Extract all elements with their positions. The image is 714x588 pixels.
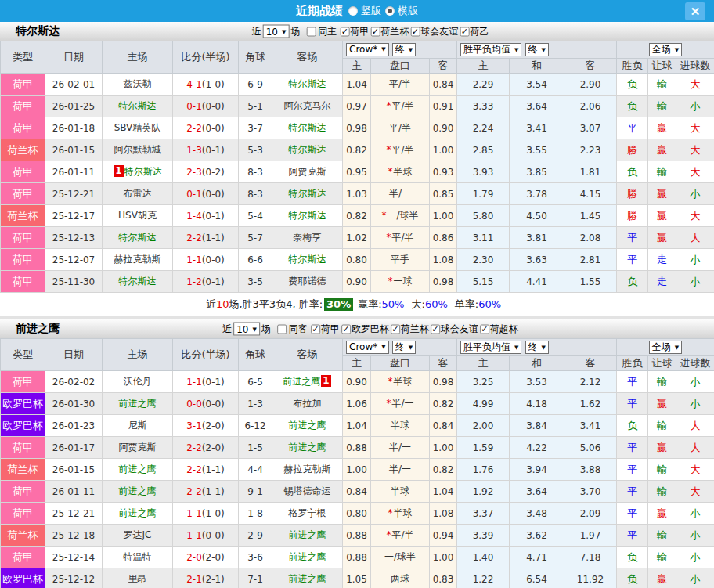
same-venue-checkbox[interactable]: ✓同客 [277, 323, 308, 336]
avg-select[interactable]: 胜平负均值▼ [460, 341, 521, 354]
handicap-odds-home: 0.98 [343, 117, 371, 139]
final-select-a[interactable]: 终▼ [392, 43, 416, 56]
avg-away-odds: 1.55 [564, 271, 617, 293]
result-goals: 大 [676, 459, 714, 481]
checkbox-checked-icon: ✓ [480, 324, 489, 334]
handicap-odds-home: 1.00 [343, 459, 371, 481]
league-filter-checkbox[interactable]: ✓球会友谊 [410, 25, 458, 38]
league-filter-checkbox[interactable]: ✓荷兰杯 [370, 25, 409, 38]
league-filter-label: 荷甲 [321, 323, 340, 336]
result-handicap: 贏 [648, 183, 676, 205]
score-cell: 2-2(2-0) [173, 437, 239, 459]
odds-company-select[interactable]: Crow*▼ [346, 43, 389, 56]
home-team: HSV胡克 [103, 205, 173, 227]
close-button[interactable]: ✕ [685, 2, 705, 20]
avg-home-odds: 2.29 [457, 74, 510, 96]
col-away: 客场 [272, 339, 343, 371]
col-type: 类型 [1, 41, 45, 74]
match-date: 26-01-17 [45, 437, 103, 459]
match-row: 荷甲25-12-07赫拉克勒斯1-1(0-0)6-6特尔斯达0.80平手1.08… [1, 249, 714, 271]
league-filter-checkbox[interactable]: ✓球会友谊 [431, 323, 478, 336]
away-team: 阿贾克斯 [272, 161, 343, 183]
home-team: 沃伦丹 [103, 371, 173, 393]
result-goals: 小 [676, 183, 714, 205]
league-badge: 荷甲 [1, 227, 45, 249]
avg-draw-odds: 3.55 [510, 139, 564, 161]
avg-away-odds: 4.15 [564, 183, 617, 205]
avg-draw-odds: 6.54 [510, 568, 564, 588]
col-odds-home: 主 [343, 59, 371, 74]
avg-draw-odds: 4.18 [510, 393, 564, 415]
avg-away-odds: 1.62 [564, 393, 617, 415]
final-select-b[interactable]: 终▼ [525, 341, 549, 354]
col-corners: 角球 [239, 339, 272, 371]
league-filter-checkbox[interactable]: ✓荷乙 [460, 25, 489, 38]
league-filter-checkbox[interactable]: ✓欧罗巴杯 [341, 323, 389, 336]
league-filter-checkbox[interactable]: ✓荷甲 [340, 25, 369, 38]
odds-company-select[interactable]: Crow*▼ [346, 341, 389, 354]
layout-horizontal-radio[interactable]: 横版 [385, 4, 418, 18]
col-avg-home: 主 [457, 59, 510, 74]
avg-draw-odds: 3.63 [510, 249, 564, 271]
league-filter-checkbox[interactable]: ✓荷兰杯 [391, 323, 429, 336]
chevron-down-icon: ▼ [675, 345, 679, 351]
result-handicap: 贏 [648, 437, 676, 459]
corners: 5-1 [239, 96, 272, 117]
result-goals: 小 [676, 568, 714, 588]
result-outcome: 负 [617, 74, 648, 96]
avg-home-odds: 5.15 [457, 271, 510, 293]
checkbox-checked-icon: ✓ [370, 27, 380, 36]
scope-select[interactable]: 全场▼ [649, 341, 682, 354]
home-team: 前进之鹰 [103, 459, 173, 481]
final-select-b[interactable]: 终▼ [525, 43, 549, 56]
handicap-line: *平/半 [371, 139, 430, 161]
match-row: 荷甲25-12-14特温特2-0(2-0)3-6前进之鹰0.88一/球半1.00… [1, 547, 714, 568]
handicap-odds-away: 1.00 [430, 437, 457, 459]
league-badge: 欧罗巴杯 [1, 568, 45, 588]
score-cell: 1-3(0-1) [173, 139, 239, 161]
avg-draw-odds: 3.54 [510, 74, 564, 96]
rank-badge: 1 [114, 165, 123, 177]
home-team: SBV精英队 [103, 117, 173, 139]
result-outcome: 勝 [617, 183, 648, 205]
handicap-odds-home: 1.02 [343, 227, 371, 249]
col-odds-away: 客 [430, 356, 457, 371]
result-outcome: 勝 [617, 205, 648, 227]
recent-count-select[interactable]: 10▼ [233, 323, 260, 336]
final-select-a[interactable]: 终▼ [392, 341, 416, 354]
home-team: 尼斯 [103, 415, 173, 437]
handicap-odds-home: 0.88 [343, 547, 371, 568]
corners: 8-3 [239, 161, 272, 183]
radio-unchecked-icon [348, 6, 358, 16]
checkbox-checked-icon: ✓ [391, 324, 400, 334]
same-venue-checkbox[interactable]: ✓同主 [306, 25, 337, 38]
avg-select[interactable]: 胜平负均值▼ [460, 43, 521, 56]
avg-home-odds: 3.25 [457, 371, 510, 393]
avg-away-odds: 2.12 [564, 371, 617, 393]
result-goals: 大 [676, 481, 714, 503]
result-outcome: 负 [617, 568, 648, 588]
radio-checked-icon [385, 6, 395, 16]
recent-results-panel: 近期战绩 竖版 横版 ✕ 特尔斯达 近 10▼ 场 ✓同主 ✓荷甲✓荷兰杯✓球会… [0, 0, 714, 588]
col-avg-draw: 和 [510, 356, 564, 371]
panel-title: 近期战绩 [296, 4, 343, 19]
scope-select[interactable]: 全场▼ [649, 43, 682, 56]
result-outcome: 平 [617, 437, 648, 459]
result-goals: 大 [676, 74, 714, 96]
col-handicap-result: 让球 [648, 356, 676, 371]
recent-count-select[interactable]: 10▼ [263, 25, 290, 38]
league-filter-checkbox[interactable]: ✓荷超杯 [480, 323, 518, 336]
chevron-down-icon: ▼ [282, 28, 286, 34]
result-goals: 大 [676, 117, 714, 139]
score-cell: 2-2(1-1) [173, 481, 239, 503]
league-badge: 欧罗巴杯 [1, 393, 45, 415]
away-team: 特尔斯达 [272, 74, 343, 96]
match-row: 欧罗巴杯26-01-30前进之鹰0-0(0-0)1-3布拉加1.06*半/一0.… [1, 393, 714, 415]
layout-vertical-radio[interactable]: 竖版 [348, 4, 381, 18]
match-date: 26-02-02 [45, 371, 103, 393]
match-date: 26-01-11 [45, 161, 103, 183]
league-filter-checkbox[interactable]: ✓荷甲 [311, 323, 340, 336]
chevron-down-icon: ▼ [381, 344, 385, 350]
league-badge: 荷甲 [1, 481, 45, 503]
avg-draw-odds: 4.50 [510, 205, 564, 227]
